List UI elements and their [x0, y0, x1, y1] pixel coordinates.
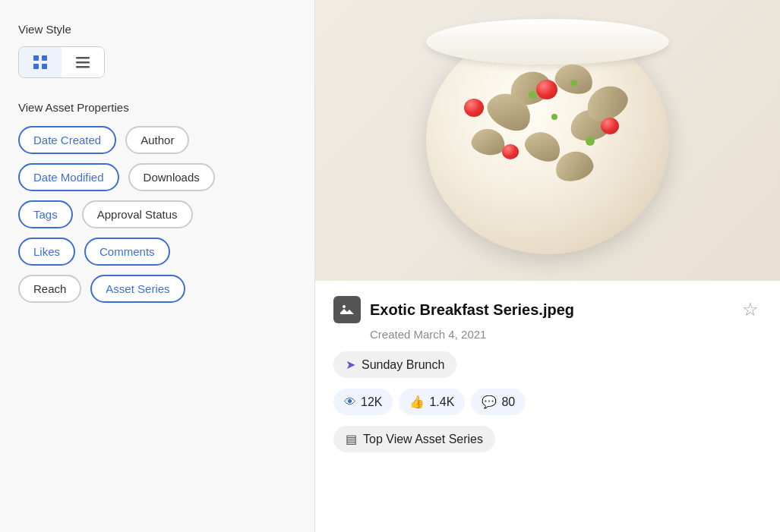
properties-grid: Date Created Author Date Modified Downlo… [18, 126, 296, 303]
props-row-2: Date Modified Downloads [18, 163, 296, 191]
bowl-rim [426, 19, 669, 65]
svg-rect-1 [42, 55, 47, 61]
prop-tag-downloads[interactable]: Downloads [128, 163, 215, 191]
right-panel: Exotic Breakfast Series.jpeg ☆ Created M… [315, 0, 780, 532]
series-tag[interactable]: ▤ Top View Asset Series [333, 426, 495, 452]
list-view-button[interactable] [62, 47, 104, 77]
tomato-1 [536, 80, 557, 99]
asset-type-icon [333, 296, 361, 323]
svg-rect-7 [340, 303, 354, 316]
favorite-button[interactable]: ☆ [739, 296, 762, 323]
prop-tag-comments[interactable]: Comments [84, 238, 170, 266]
grid-view-button[interactable] [19, 47, 62, 77]
grid-icon [33, 55, 48, 70]
svg-rect-0 [33, 55, 39, 61]
image-file-icon [339, 302, 355, 317]
view-asset-properties-label: View Asset Properties [18, 101, 296, 114]
asset-tags-row: ➤ Sunday Brunch [333, 351, 762, 378]
view-style-label: View Style [18, 23, 296, 36]
props-row-1: Date Created Author [18, 126, 296, 154]
svg-rect-2 [33, 64, 39, 69]
star-icon: ☆ [742, 299, 759, 320]
comments-stat: 💬 80 [471, 389, 526, 415]
collection-arrow-icon: ➤ [346, 357, 355, 372]
props-row-3: Tags Approval Status [18, 200, 296, 228]
props-row-4: Likes Comments [18, 238, 296, 266]
likes-stat: 👍 1.4K [399, 389, 465, 415]
prop-tag-asset-series[interactable]: Asset Series [90, 275, 185, 303]
prop-tag-reach[interactable]: Reach [18, 275, 81, 303]
likes-icon: 👍 [409, 395, 425, 409]
herb-2 [551, 114, 557, 120]
prop-tag-date-created[interactable]: Date Created [18, 126, 116, 154]
herb-4 [570, 80, 577, 87]
prop-tag-date-modified[interactable]: Date Modified [18, 163, 119, 191]
tomato-2 [601, 118, 619, 134]
asset-info: Exotic Breakfast Series.jpeg ☆ Created M… [315, 281, 780, 467]
prop-tag-author[interactable]: Author [125, 126, 189, 154]
svg-rect-4 [76, 57, 90, 59]
asset-created-date: Created March 4, 2021 [370, 328, 762, 341]
tomato-3 [502, 144, 519, 159]
food-illustration [418, 11, 677, 269]
herb-1 [529, 91, 536, 99]
series-name: Top View Asset Series [363, 433, 483, 446]
svg-point-8 [343, 305, 346, 308]
likes-count: 1.4K [429, 395, 454, 409]
comments-icon: 💬 [482, 395, 497, 409]
herb-3 [586, 137, 595, 146]
stats-row: 👁 12K 👍 1.4K 💬 80 [333, 389, 762, 415]
views-count: 12K [361, 395, 382, 409]
left-panel: View Style View Asset Properties Date Cr… [0, 0, 315, 532]
comments-count: 80 [501, 395, 515, 409]
list-icon [75, 55, 90, 70]
tomato-4 [464, 99, 484, 117]
asset-filename: Exotic Breakfast Series.jpeg [370, 301, 574, 319]
prop-tag-tags[interactable]: Tags [18, 200, 73, 228]
series-icon: ▤ [346, 432, 357, 446]
props-row-5: Reach Asset Series [18, 275, 296, 303]
views-stat: 👁 12K [333, 389, 393, 415]
view-style-toggle [18, 46, 105, 78]
asset-title-row: Exotic Breakfast Series.jpeg ☆ [333, 296, 762, 323]
views-icon: 👁 [344, 395, 356, 409]
prop-tag-likes[interactable]: Likes [18, 238, 75, 266]
asset-title-left: Exotic Breakfast Series.jpeg [333, 296, 574, 323]
svg-rect-3 [42, 64, 47, 69]
svg-rect-6 [76, 66, 90, 68]
svg-rect-5 [76, 61, 90, 64]
asset-image-area [315, 0, 780, 281]
prop-tag-approval-status[interactable]: Approval Status [82, 200, 193, 228]
collection-name: Sunday Brunch [362, 358, 444, 372]
collection-tag[interactable]: ➤ Sunday Brunch [333, 351, 456, 378]
